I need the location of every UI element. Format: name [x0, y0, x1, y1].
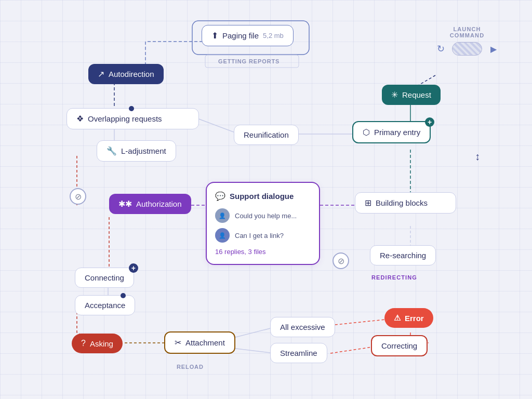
primary-entry-label: Primary entry [374, 128, 420, 137]
arrow-icon: ↗ [98, 69, 104, 79]
error-label: Error [405, 314, 424, 323]
play-button[interactable]: ▶ [486, 42, 501, 56]
authorization-node[interactable]: ✱✱ Authorization [109, 194, 191, 214]
connecting-node[interactable]: Connecting + [75, 268, 134, 288]
error-node[interactable]: ⚠ Error [384, 308, 433, 328]
building-blocks-label: Building blocks [376, 198, 428, 207]
correcting-label: Correcting [381, 341, 417, 350]
question-icon: ? [81, 339, 86, 348]
paging-file-label: Paging file [222, 31, 259, 40]
support-message-1: 👤 Could you help me... [215, 208, 311, 223]
star-icon: ✳ [391, 90, 398, 100]
asking-label: Asking [90, 339, 113, 348]
message-1-text: Could you help me... [235, 212, 297, 220]
all-excessive-node[interactable]: All excessive [270, 317, 335, 337]
entry-icon: ⬡ [363, 127, 370, 137]
toggle-switch[interactable] [452, 42, 482, 56]
reunification-node[interactable]: Reunification [234, 125, 299, 145]
wrench-icon: 🔧 [107, 146, 117, 156]
timer-re-searching-icon: ⊘ [332, 252, 349, 269]
message-2-text: Can I get a link? [235, 232, 284, 240]
autodirection-label: Autodirection [109, 70, 154, 78]
l-adjustment-node[interactable]: 🔧 L-adjustment [97, 140, 176, 162]
asterisk-icon: ✱✱ [118, 199, 132, 209]
all-excessive-label: All excessive [280, 323, 325, 331]
authorization-label: Authorization [136, 200, 182, 208]
reload-button[interactable]: ↻ [433, 42, 448, 56]
correcting-node[interactable]: Correcting [371, 335, 428, 356]
grid-icon: ⊞ [365, 198, 371, 208]
plus-badge-connecting[interactable]: + [129, 263, 138, 273]
l-adjustment-label: L-adjustment [121, 147, 166, 155]
layers-icon: ❖ [76, 114, 84, 124]
dot-blue-overlapping [129, 106, 134, 111]
support-dialogue-card[interactable]: 💬 Support dialogue 👤 Could you help me..… [206, 182, 320, 265]
request-label: Request [402, 90, 431, 99]
launch-controls: ↻ ▶ [433, 42, 501, 56]
attachment-label: Attachment [185, 338, 225, 347]
paging-file-node[interactable]: ⬆ Paging file 5,2 mb [202, 25, 294, 46]
building-blocks-node[interactable]: ⊞ Building blocks [355, 192, 456, 214]
avatar-2: 👤 [215, 228, 230, 243]
chat-icon: 💬 [215, 191, 225, 201]
reload-label: RELOAD [177, 364, 204, 370]
avatar-1: 👤 [215, 208, 230, 223]
overlapping-requests-node[interactable]: ❖ Overlapping requests [66, 108, 199, 129]
plus-badge-primary-entry[interactable]: + [425, 117, 434, 127]
asking-node[interactable]: ? Asking [72, 334, 123, 353]
redirecting-label: REDIRECTING [371, 274, 417, 281]
dot-blue-acceptance [121, 293, 126, 298]
scissors-icon: ✂ [175, 338, 181, 348]
getting-reports-label: GETTING REPORTS [218, 58, 280, 64]
reunification-label: Reunification [244, 130, 289, 139]
acceptance-label: Acceptance [85, 301, 125, 310]
acceptance-node[interactable]: Acceptance [75, 295, 135, 315]
paging-file-size: 5,2 mb [263, 32, 284, 39]
streamline-node[interactable]: Streamline [270, 343, 327, 363]
support-message-2: 👤 Can I get a link? [215, 228, 311, 243]
primary-entry-node[interactable]: ⬡ Primary entry + [352, 121, 431, 143]
upload-icon: ⬆ [211, 31, 218, 41]
launch-command-area: LAUNCHCOMMAND ↻ ▶ [433, 26, 501, 56]
sort-icon[interactable]: ↕ [475, 151, 480, 163]
overlapping-requests-label: Overlapping requests [88, 114, 162, 123]
support-dialogue-title: Support dialogue [230, 192, 294, 201]
streamline-label: Streamline [280, 349, 317, 357]
support-footer: 16 replies, 3 files [215, 248, 311, 256]
re-searching-label: Re-searching [380, 251, 426, 260]
request-node[interactable]: ✳ Request [382, 85, 441, 105]
re-searching-node[interactable]: Re-searching [370, 245, 436, 265]
connecting-label: Connecting [85, 273, 124, 282]
timer-left-icon: ⊘ [70, 188, 86, 205]
attachment-node[interactable]: ✂ Attachment [164, 331, 235, 354]
launch-command-label: LAUNCHCOMMAND [450, 26, 484, 38]
exclamation-icon: ⚠ [394, 313, 401, 323]
support-dialogue-header: 💬 Support dialogue [215, 191, 311, 201]
autodirection-node[interactable]: ↗ Autodirection [88, 64, 164, 84]
